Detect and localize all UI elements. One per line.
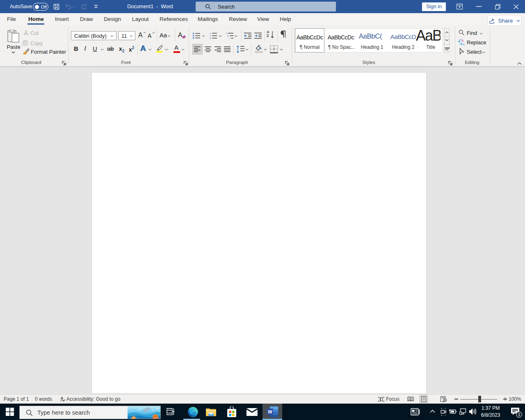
svg-text:c: c [463,42,465,46]
svg-text:i: i [228,37,229,39]
svg-text:W: W [268,409,272,414]
svg-text:3: 3 [210,37,211,39]
